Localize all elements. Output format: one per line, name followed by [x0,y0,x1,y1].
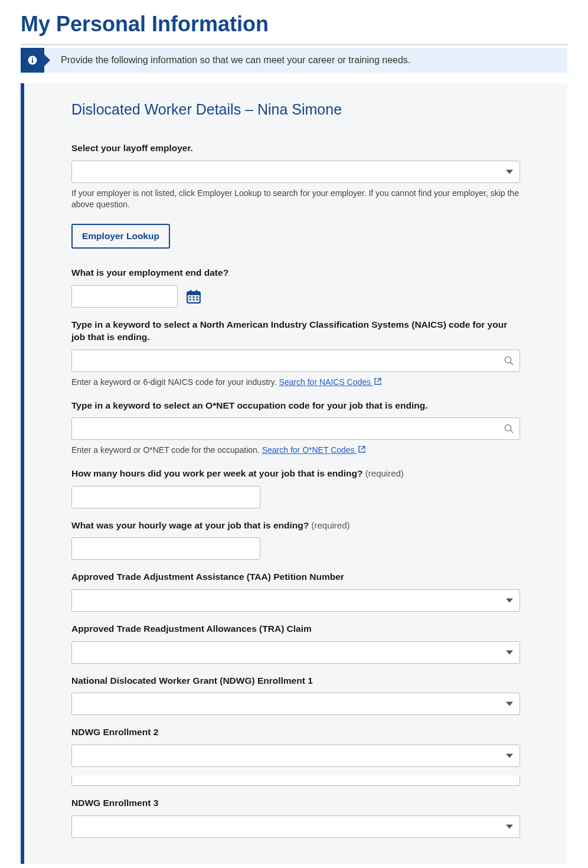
employer-label: Select your layoff employer. [71,142,520,155]
ndwg3-select[interactable] [71,815,520,838]
onet-hint: Enter a keyword or O*NET code for the oc… [71,445,520,456]
taa-select[interactable] [71,589,520,612]
wage-label: What was your hourly wage at your job th… [71,519,520,532]
employer-lookup-button[interactable]: Employer Lookup [71,224,170,249]
info-banner-text: Provide the following information so tha… [44,48,422,73]
end-date-input[interactable] [71,285,178,308]
ndwg3-label: NDWG Enrollment 3 [71,797,520,810]
info-banner: Provide the following information so tha… [21,48,567,73]
external-link-icon [357,445,365,455]
ndwg1-label: National Dislocated Worker Grant (NDWG) … [71,674,520,687]
tra-label: Approved Trade Readjustment Allowances (… [71,622,520,635]
naics-hint: Enter a keyword or 6-digit NAICS code fo… [71,377,520,389]
hours-label: How many hours did you work per week at … [71,467,520,480]
tra-select[interactable] [71,641,520,664]
employer-hint: If your employer is not listed, click Em… [71,188,520,211]
end-date-label: What is your employment end date? [71,266,520,279]
employer-select[interactable] [71,161,520,183]
wage-input[interactable] [71,537,260,560]
svg-rect-6 [195,290,197,293]
partial-box-fragment [71,775,520,786]
hours-input[interactable] [71,486,260,508]
svg-rect-4 [187,292,200,295]
info-icon [21,48,44,73]
svg-rect-5 [190,290,192,293]
calendar-icon [186,289,201,304]
svg-rect-2 [32,60,33,63]
naics-label: Type in a keyword to select a North Amer… [71,318,520,344]
onet-search-link[interactable]: Search for O*NET Codes [262,445,365,455]
section-title: Dislocated Worker Details – Nina Simone [71,101,520,118]
svg-rect-12 [196,299,198,300]
title-divider [21,44,567,45]
external-link-icon [373,377,381,387]
ndwg1-select[interactable] [71,693,520,715]
onet-label: Type in a keyword to select an O*NET occ… [71,399,520,412]
taa-label: Approved Trade Adjustment Assistance (TA… [71,570,520,583]
form-panel: Dislocated Worker Details – Nina Simone … [21,83,567,864]
svg-point-1 [32,57,33,58]
svg-rect-7 [189,296,191,298]
ndwg2-label: NDWG Enrollment 2 [71,726,520,739]
svg-rect-11 [192,299,194,300]
svg-rect-10 [189,299,191,300]
ndwg2-select[interactable] [71,745,520,767]
required-tag: (required) [365,468,404,478]
page-title: My Personal Information [21,12,567,37]
onet-input[interactable] [71,417,520,440]
svg-rect-8 [192,296,194,298]
naics-search-link[interactable]: Search for NAICS Codes [279,377,381,387]
required-tag: (required) [311,520,349,530]
naics-input[interactable] [71,350,520,372]
svg-rect-9 [196,296,198,298]
calendar-button[interactable] [186,289,201,304]
